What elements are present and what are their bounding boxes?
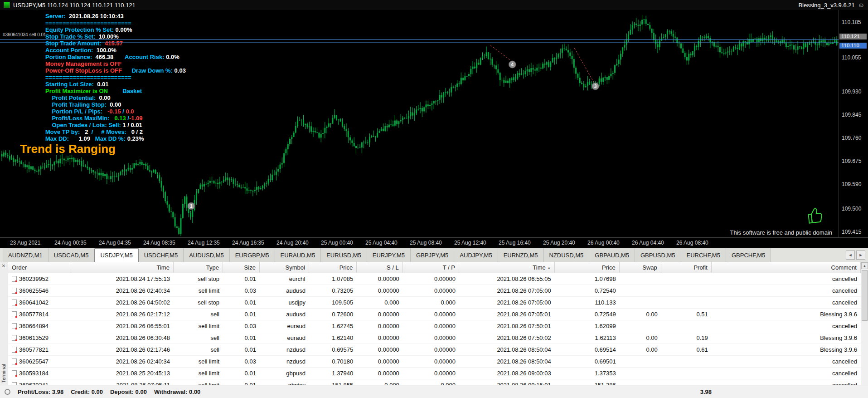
ea-panel-line: Power-Off StopLoss is OFF Draw Down %: 0…: [45, 67, 186, 74]
order-row[interactable]: 3602399522021.08.24 17:55:13sell stop0.0…: [8, 273, 861, 285]
cell: 2021.08.26 07:05:11: [71, 382, 174, 385]
price-tag: 110.110: [839, 43, 867, 49]
column-header-label: Order: [12, 264, 27, 271]
order-row[interactable]: 3606255472021.08.26 02:40:34sell limit0.…: [8, 356, 861, 368]
ea-smiley-icon[interactable]: ☺: [858, 1, 864, 9]
chart-tab-nzdusd[interactable]: NZDUSD,M5: [544, 248, 590, 262]
terminal-close-button[interactable]: ×: [2, 263, 5, 269]
column-header-price-5[interactable]: Price: [309, 262, 357, 273]
column-header-profit-11[interactable]: Profit: [661, 262, 712, 273]
column-header-size-3[interactable]: Size: [223, 262, 260, 273]
trade-marker-label: 3: [594, 84, 597, 89]
column-header-symbol-4[interactable]: Symbol: [260, 262, 309, 273]
column-header-t-p-7[interactable]: T / P: [403, 262, 459, 273]
cell: 0.00000: [357, 311, 403, 318]
column-header-s-l-6[interactable]: S / L: [357, 262, 403, 273]
cell: 0.69514: [555, 346, 620, 353]
chart-tab-usdcad[interactable]: USDCAD,M5: [48, 248, 95, 262]
column-header-order-0[interactable]: Order: [8, 262, 71, 273]
chart-tab-usdchf[interactable]: USDCHF,M5: [139, 248, 184, 262]
column-header-price-9[interactable]: Price: [555, 262, 620, 273]
time-axis-label: 25 Aug 12:40: [454, 240, 486, 246]
cell: sell limit: [174, 370, 223, 377]
column-header-comment-12[interactable]: Comment: [712, 262, 861, 273]
cell: 0.01: [223, 334, 260, 341]
chart-tab-eurjpy[interactable]: EURJPY,M5: [367, 248, 411, 262]
chart-tab-usdjpy[interactable]: USDJPY,M5: [94, 248, 138, 262]
order-row[interactable]: 3605778212021.08.26 02:17:46sell0.01nzdu…: [8, 344, 861, 356]
tab-scroll-right-button[interactable]: ►: [856, 251, 865, 260]
column-header-time-8[interactable]: Time▲: [459, 262, 555, 273]
chart-tab-eurnzd[interactable]: EURNZD,M5: [498, 248, 544, 262]
order-id-text: 360670241: [19, 382, 48, 385]
cell: 2021.08.26 07:50:02: [459, 334, 555, 341]
table-scrollbar[interactable]: ▲: [861, 262, 868, 385]
order-row[interactable]: 3605778142021.08.26 02:17:12sell0.01audu…: [8, 309, 861, 320]
column-header-label: Comment: [831, 264, 857, 271]
cell: 0.61: [661, 346, 712, 353]
order-id-text: 360577821: [19, 346, 48, 353]
cell: 2021.08.26 02:17:46: [71, 346, 174, 353]
cell-order-id: 360625546: [8, 287, 71, 294]
column-header-time-1[interactable]: Time: [71, 262, 174, 273]
cell: 2021.08.26 07:05:00: [459, 287, 555, 294]
chart-tab-audusd[interactable]: AUDUSD,M5: [184, 248, 230, 262]
cell: 1.62113: [555, 334, 620, 341]
order-doc-icon: [12, 335, 17, 341]
cell: 0.00000: [403, 311, 459, 318]
column-header-swap-10[interactable]: Swap: [620, 262, 661, 273]
cell: euraud: [260, 323, 309, 329]
chart-tab-eurusd[interactable]: EURUSD,M5: [321, 248, 367, 262]
chart-tab-gbpusd[interactable]: GBPUSD,M5: [635, 248, 681, 262]
cell: cancelled: [712, 299, 861, 306]
chart-tab-eurgbp[interactable]: EURGBP,M5: [230, 248, 275, 262]
chart-plot[interactable]: 143 Server: 2021.08.26 10:10:43=========…: [0, 10, 839, 237]
column-header-label: Time: [533, 264, 545, 271]
cell: 0.03: [223, 358, 260, 365]
chart-titlebar: USDJPY,M5 110.124 110.124 110.121 110.12…: [0, 0, 868, 10]
scroll-up-button[interactable]: ▲: [861, 262, 868, 269]
cell: 151.855: [309, 382, 357, 385]
cell: 0.70180: [309, 358, 357, 365]
chart-tab-gbpjpy[interactable]: GBPJPY,M5: [411, 248, 454, 262]
orders-table-body: 3602399522021.08.24 17:55:13sell stop0.0…: [8, 273, 861, 385]
order-row[interactable]: 3606702412021.08.26 07:05:11sell limit0.…: [8, 379, 861, 385]
status-refresh-icon[interactable]: [5, 389, 10, 395]
chart-tab-audjpy[interactable]: AUDJPY,M5: [454, 248, 498, 262]
order-row[interactable]: 3606648942021.08.26 06:55:01sell limit0.…: [8, 320, 861, 332]
order-id-text: 360625547: [19, 358, 48, 365]
price-axis-label: 109.415: [842, 229, 861, 235]
order-row[interactable]: 3606410422021.08.26 04:50:02sell stop0.0…: [8, 297, 861, 309]
cell: 2021.08.25 20:45:13: [71, 370, 174, 377]
chart-tab-gbpchf[interactable]: GBPCHF,M5: [726, 248, 771, 262]
tab-scroll-left-button[interactable]: ◄: [846, 251, 855, 260]
cell: 0.01: [223, 275, 260, 282]
order-id-text: 360593184: [19, 370, 48, 377]
time-axis-label: 23 Aug 2021: [10, 240, 40, 246]
ea-panel-line: Portion P/L / Pips: -0.15 / 0.0: [45, 108, 186, 115]
scrollbar-thumb[interactable]: [862, 270, 868, 321]
order-id-text: 360577814: [19, 311, 48, 318]
price-tag: 110.121: [839, 34, 867, 39]
order-row[interactable]: 3606255462021.08.26 02:40:34sell limit0.…: [8, 285, 861, 297]
cell: sell: [174, 346, 223, 353]
cell: 0.00000: [357, 358, 403, 365]
cell: 0.01: [223, 299, 260, 306]
chart-tab-euraud[interactable]: EURAUD,M5: [275, 248, 321, 262]
time-axis-label: 26 Aug 08:40: [676, 240, 708, 246]
chart-area: 143 Server: 2021.08.26 10:10:43=========…: [0, 10, 868, 237]
status-summary: Profit/Loss: 3.98Credit: 0.00Deposit: 0.…: [18, 388, 200, 395]
time-axis[interactable]: 23 Aug 202124 Aug 00:3524 Aug 04:3524 Au…: [0, 237, 868, 248]
order-row[interactable]: 3605931842021.08.25 20:45:13sell limit0.…: [8, 368, 861, 379]
cell: Blessing 3.9.6: [712, 334, 861, 341]
column-header-type-2[interactable]: Type: [174, 262, 223, 273]
cell: cancelled: [712, 382, 861, 385]
chart-tab-gbpaud[interactable]: GBPAUD,M5: [589, 248, 635, 262]
order-row[interactable]: 3606135292021.08.26 06:30:48sell0.01eura…: [8, 332, 861, 344]
price-axis[interactable]: 110.185110.055109.930109.845109.760109.6…: [839, 10, 868, 237]
cell: sell: [174, 311, 223, 318]
chart-tab-audnzd[interactable]: AUDNZD,M1: [3, 248, 48, 262]
chart-tab-eurchf[interactable]: EURCHF,M5: [681, 248, 726, 262]
terminal-tab-label[interactable]: Terminal: [1, 364, 6, 383]
column-header-label: Price: [602, 264, 616, 271]
